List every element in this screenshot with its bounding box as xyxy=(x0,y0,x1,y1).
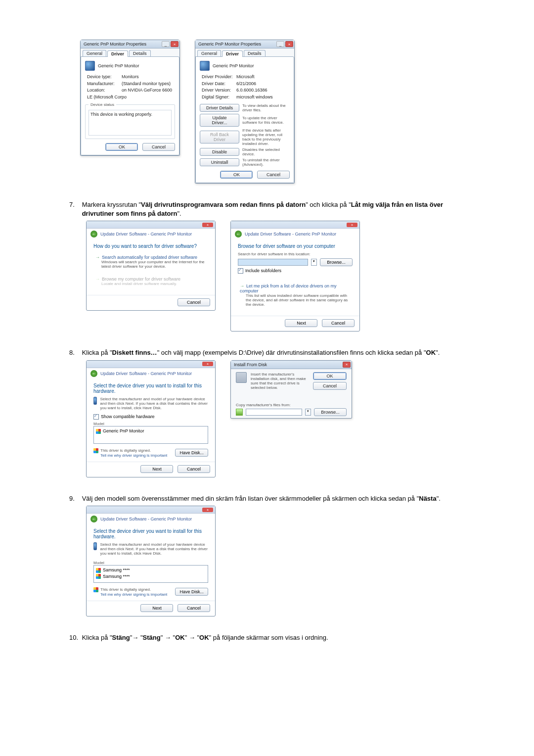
close-icon[interactable]: × xyxy=(202,508,213,512)
device-header: Generic PnP Monitor xyxy=(213,63,254,68)
cancel-button[interactable]: Cancel xyxy=(257,171,290,179)
wizard-heading: How do you want to search for driver sof… xyxy=(93,243,208,249)
breadcrumb: Update Driver Software - Generic PnP Mon… xyxy=(100,517,192,521)
breadcrumb: Update Driver Software - Generic PnP Mon… xyxy=(100,232,192,236)
tab-general[interactable]: General xyxy=(197,50,221,56)
back-arrow-icon[interactable]: ← xyxy=(90,370,97,377)
location-input[interactable] xyxy=(238,259,308,266)
back-arrow-icon[interactable]: ← xyxy=(90,231,97,237)
close-icon[interactable]: × xyxy=(343,362,351,368)
model-list[interactable]: Samsung **** Samsung **** xyxy=(93,565,208,583)
cancel-button[interactable]: Cancel xyxy=(178,298,210,306)
model-list[interactable]: Generic PnP Monitor xyxy=(93,426,208,444)
next-button[interactable]: Next xyxy=(285,319,317,327)
include-subfolders-checkbox[interactable] xyxy=(238,268,243,274)
rollback-driver-button[interactable]: Roll Back Driver xyxy=(200,131,239,143)
cancel-button[interactable]: Cancel xyxy=(178,465,210,473)
update-driver-desc: To update the driver software for this d… xyxy=(242,116,290,125)
shield-icon xyxy=(96,574,101,579)
monitor-icon xyxy=(93,397,97,405)
window-title: Generic PnP Monitor Properties xyxy=(198,42,261,47)
dialog-pair-properties: Generic PnP Monitor Properties _ × Gener… xyxy=(80,40,475,184)
breadcrumb: Update Driver Software - Generic PnP Mon… xyxy=(100,371,192,376)
option-pick-from-list[interactable]: →Let me pick from a list of device drive… xyxy=(238,281,353,310)
browse-button[interactable]: Browse... xyxy=(320,258,353,266)
wizard-description: Select the manufacturer and model of you… xyxy=(100,542,208,556)
monitor-icon xyxy=(93,542,97,550)
tabs: General Driver Details xyxy=(83,50,179,56)
uninstall-button[interactable]: Uninstall xyxy=(200,158,239,166)
ok-button[interactable]: OK xyxy=(105,143,138,151)
step8-screens: × ← Update Driver Software - Generic PnP… xyxy=(86,360,475,477)
back-arrow-icon[interactable]: ← xyxy=(90,516,97,522)
close-icon[interactable]: × xyxy=(171,41,178,47)
install-from-disk-dialog: Install From Disk × Insert the manufactu… xyxy=(230,360,352,419)
wizard-select-model: × ← Update Driver Software - Generic PnP… xyxy=(86,506,216,616)
window-title: Install From Disk xyxy=(234,362,267,367)
wizard-browse-location: × ← Update Driver Software - Generic PnP… xyxy=(230,221,360,331)
tab-general[interactable]: General xyxy=(83,50,106,56)
tab-driver[interactable]: Driver xyxy=(107,50,128,57)
cancel-button[interactable]: Cancel xyxy=(142,143,175,151)
show-compatible-checkbox[interactable] xyxy=(93,414,99,420)
signing-link[interactable]: Tell me why driver signing is important xyxy=(100,592,167,597)
have-disk-button[interactable]: Have Disk... xyxy=(175,449,208,457)
step-number: 7. xyxy=(69,200,80,209)
update-driver-button[interactable]: Update Driver... xyxy=(200,114,239,127)
cancel-button[interactable]: Cancel xyxy=(313,382,347,390)
ok-button[interactable]: OK xyxy=(220,171,253,179)
option-browse-computer[interactable]: →Browse my computer for driver software … xyxy=(93,274,208,289)
have-disk-button[interactable]: Have Disk... xyxy=(175,588,208,596)
close-icon[interactable]: × xyxy=(202,362,213,366)
step-7: 7. Markera kryssrutan "Välj drivrutinspr… xyxy=(69,200,475,218)
next-button[interactable]: Next xyxy=(140,604,173,612)
path-input[interactable] xyxy=(246,409,302,416)
close-icon[interactable]: × xyxy=(202,223,213,227)
tab-details[interactable]: Details xyxy=(129,50,151,56)
step-8: 8. Klicka på "Diskett finns…" och välj m… xyxy=(69,348,475,357)
close-icon[interactable]: × xyxy=(285,41,293,47)
shield-icon xyxy=(96,568,101,573)
wizard-search-method: × ← Update Driver Software - Generic PnP… xyxy=(86,221,216,311)
shield-icon xyxy=(93,448,98,453)
driver-details-desc: To view details about the driver files. xyxy=(242,103,290,112)
dropdown-icon[interactable]: ▾ xyxy=(311,259,317,266)
monitor-properties-driver: Generic PnP Monitor Properties _ × Gener… xyxy=(195,40,295,184)
close-icon[interactable]: × xyxy=(347,223,357,227)
wizard-heading: Browse for driver software on your compu… xyxy=(238,243,353,249)
step-number: 9. xyxy=(69,494,80,503)
disable-button[interactable]: Disable xyxy=(200,148,239,156)
back-arrow-icon[interactable]: ← xyxy=(235,231,242,237)
wizard-heading: Select the device driver you want to ins… xyxy=(93,383,208,394)
dropdown-icon[interactable]: ▾ xyxy=(305,409,311,416)
drive-icon xyxy=(236,409,243,416)
model-label: Model xyxy=(93,422,208,426)
status-textarea: This device is working properly. xyxy=(89,110,172,136)
step-10: 10. Klicka på "Stäng"→ "Stäng" → "OK" → … xyxy=(69,633,475,642)
driver-details-button[interactable]: Driver Details xyxy=(200,104,239,112)
tab-driver[interactable]: Driver xyxy=(222,50,243,57)
cancel-button[interactable]: Cancel xyxy=(178,604,210,612)
shield-icon xyxy=(96,429,101,434)
wizard-heading: Select the device driver you want to ins… xyxy=(93,528,208,539)
shield-icon xyxy=(93,587,98,592)
option-auto-search[interactable]: →Search automatically for updated driver… xyxy=(93,252,208,272)
device-status-group: Device status This device is working pro… xyxy=(85,104,175,139)
next-button[interactable]: Next xyxy=(140,465,173,473)
signing-link[interactable]: Tell me why driver signing is important xyxy=(100,453,167,458)
wizard-description: Select the manufacturer and model of you… xyxy=(100,397,208,410)
titlebar: Generic PnP Monitor Properties _ × xyxy=(81,40,179,48)
disable-desc: Disables the selected device. xyxy=(242,147,290,156)
step-9: 9. Välj den modell som överensstämmer me… xyxy=(69,494,475,503)
monitor-properties-general: Generic PnP Monitor Properties _ × Gener… xyxy=(80,40,180,156)
copy-from-label: Copy manufacturer's files from: xyxy=(236,403,347,407)
browse-button[interactable]: Browse... xyxy=(314,408,347,416)
minimize-icon[interactable]: _ xyxy=(162,41,170,47)
disk-icon xyxy=(236,372,247,383)
step-number: 10. xyxy=(69,633,80,642)
ok-button[interactable]: OK xyxy=(313,372,347,380)
cancel-button[interactable]: Cancel xyxy=(322,319,355,327)
tab-details[interactable]: Details xyxy=(244,50,266,56)
monitor-icon xyxy=(200,61,210,71)
minimize-icon[interactable]: _ xyxy=(276,41,284,47)
